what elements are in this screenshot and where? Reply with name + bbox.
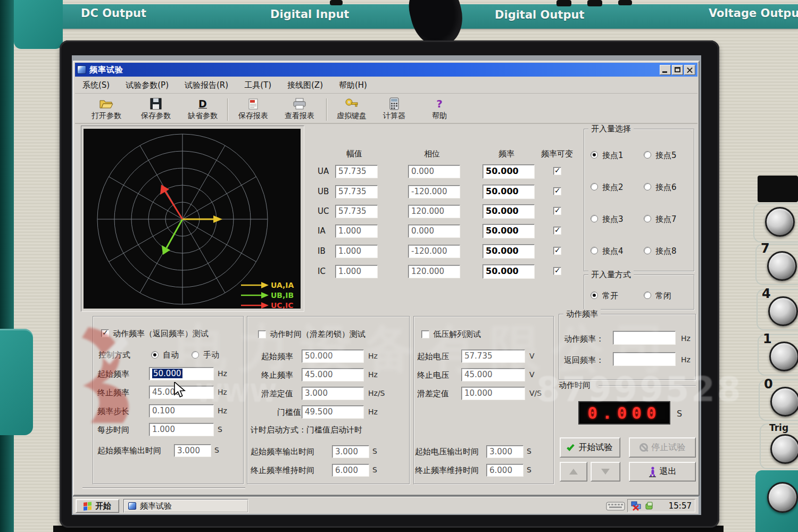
minimize-button[interactable] [660,65,671,75]
hardware-knob-1[interactable] [769,342,798,371]
step-time-input[interactable]: 1.000 [149,423,214,436]
start-freq-input[interactable]: 50.000 [149,367,214,380]
down-arrow-button[interactable] [591,462,620,481]
hardware-knob-7[interactable] [767,251,797,281]
ua-phase-input[interactable]: 0.000 [408,165,460,178]
hardware-knob-trig[interactable] [770,434,798,464]
tt-threshold-input[interactable]: 49.500 [302,405,364,419]
ic-amplitude-input[interactable]: 1.000 [335,265,378,278]
ic-phase-input[interactable]: 120.000 [408,265,460,278]
ib-freq-variable-checkbox[interactable] [553,247,561,255]
exit-button[interactable]: 退出 [629,462,696,481]
radio-contact-2-label: 接点2 [602,182,624,193]
open-folder-icon [99,97,114,110]
ub-freq-variable-checkbox[interactable] [553,187,561,195]
stop-test-button[interactable]: 停止试验 [629,437,696,458]
taskbar-task-frequency-test[interactable]: 频率试验 [123,499,248,513]
toolbar-open-params-button[interactable]: 打开参数 [84,96,129,122]
voltage-test-checkbox[interactable] [421,330,429,338]
uc-frequency-input[interactable]: 50.000 [483,204,535,219]
phasor-diagram: UA,IA UB,IB UC,IC [84,129,301,309]
radio-contact-2[interactable] [591,183,598,190]
radio-contact-7[interactable] [644,215,651,222]
tt-start-freq-input[interactable]: 50.000 [302,350,364,363]
toolbar-help-button[interactable]: ? 帮助 [417,96,462,122]
freq-step-input[interactable]: 0.100 [149,404,214,418]
row-label-ub: UB [318,187,329,196]
row-label-ua: UA [318,167,329,176]
menu-wiring-diagram[interactable]: 接线图(Z) [287,80,323,90]
menu-test-params[interactable]: 试验参数(P) [126,80,169,90]
ub-frequency-input[interactable]: 50.000 [483,185,535,199]
uc-phase-input[interactable]: 120.000 [408,205,460,218]
ic-frequency-input[interactable]: 50.000 [483,264,535,279]
radio-auto[interactable] [151,351,159,359]
toolbar-save-params-button[interactable]: 保存参数 [134,96,178,122]
up-arrow-button[interactable] [560,462,587,481]
radio-manual[interactable] [192,351,199,359]
radio-contact-5[interactable] [644,151,651,159]
vt-end-hold-time-input[interactable]: 6.000 [486,464,523,477]
menu-help[interactable]: 帮助(H) [339,80,367,90]
ib-amplitude-input[interactable]: 1.000 [335,245,378,258]
ub-phase-input[interactable]: -120.000 [408,185,460,198]
vt-end-voltage-input[interactable]: 45.000 [461,368,525,381]
ub-amplitude-input[interactable]: 57.735 [335,185,378,198]
package-icon[interactable] [645,501,654,511]
ia-freq-variable-checkbox[interactable] [553,227,561,235]
radio-normally-open[interactable] [591,292,598,299]
clock[interactable]: 15:57 [669,501,692,511]
maximize-button[interactable] [672,65,683,75]
time-test-checkbox[interactable] [258,330,266,338]
hardware-knob-4[interactable] [768,296,798,326]
start-button-label: 开始 [95,501,111,511]
ua-amplitude-input[interactable]: 57.735 [335,165,378,178]
vt-slip-input[interactable]: 10.000 [461,387,525,400]
tt-slip-label: 滑差定值 [261,389,293,399]
close-button[interactable] [684,65,695,75]
tt-slip-input[interactable]: 3.000 [302,387,364,400]
toolbar-default-params-button[interactable]: D 缺省参数 [180,96,225,122]
step-time-label: 每步时间 [97,425,129,435]
menu-test-report[interactable]: 试验报告(R) [185,80,228,90]
hardware-knob-unlabeled[interactable] [765,207,795,237]
header-phase: 相位 [424,149,440,159]
uc-freq-variable-checkbox[interactable] [553,207,561,215]
start-button[interactable]: 开始 [76,499,119,513]
toolbar-virtual-keyboard-button[interactable]: 虚拟键盘 [329,96,374,122]
toolbar-save-report-button[interactable]: 保存报表 [231,96,276,122]
radio-contact-4[interactable] [591,247,598,254]
start-output-time-input[interactable]: 3.000 [174,444,211,457]
network-disconnected-icon[interactable] [631,501,642,511]
ib-frequency-input[interactable]: 50.000 [483,244,535,259]
radio-normally-closed[interactable] [644,292,651,299]
radio-contact-8[interactable] [644,247,651,254]
ia-amplitude-input[interactable]: 1.000 [335,225,378,238]
tt-start-output-time-input[interactable]: 3.000 [332,445,369,458]
radio-contact-6-label: 接点6 [655,182,677,193]
ia-phase-input[interactable]: 0.000 [408,225,460,238]
menu-tools[interactable]: 工具(T) [244,80,271,90]
tt-end-hold-time-input[interactable]: 6.000 [332,464,369,477]
radio-contact-3[interactable] [591,215,598,222]
hardware-knob-0[interactable] [770,387,798,417]
uc-amplitude-input[interactable]: 57.735 [335,205,378,218]
vt-start-voltage-input[interactable]: 57.735 [461,350,525,363]
ia-frequency-input[interactable]: 50.000 [483,224,535,238]
radio-contact-6[interactable] [644,183,651,190]
freq-test-checkbox[interactable] [101,329,109,337]
menu-system[interactable]: 系统(S) [82,80,110,90]
tt-end-freq-input[interactable]: 45.000 [302,368,364,381]
toolbar-view-report-button[interactable]: 查看报表 [277,96,322,122]
radio-contact-1[interactable] [591,151,598,159]
hardware-knob-bottom[interactable] [767,482,798,513]
toolbar-calculator-button[interactable]: 计算器 [372,96,417,122]
ua-frequency-input[interactable]: 50.000 [483,164,535,179]
ic-freq-variable-checkbox[interactable] [553,267,561,275]
title-bar: 频率试验 [75,63,697,77]
ua-freq-variable-checkbox[interactable] [553,167,561,175]
ib-phase-input[interactable]: -120.000 [408,245,460,258]
vt-start-output-time-input[interactable]: 3.000 [486,445,523,458]
start-test-button[interactable]: 开始试验 [560,437,620,458]
keyboard-icon[interactable] [606,501,625,511]
